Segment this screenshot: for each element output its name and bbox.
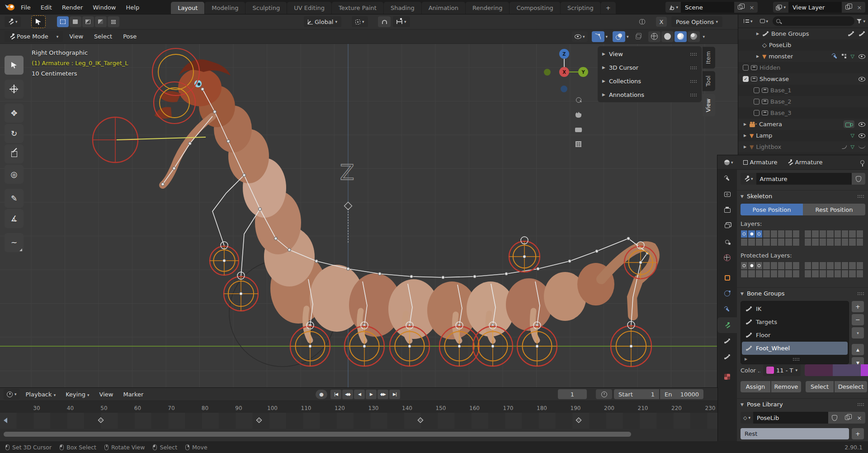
move-up-button[interactable]: ▲	[852, 344, 864, 355]
view-layer-browse-button[interactable]: ▾	[773, 2, 788, 13]
sidebar-tab-item[interactable]: Item	[703, 47, 715, 68]
properties-tab-object-data[interactable]	[717, 317, 737, 333]
jump-to-end-button[interactable]: ▶|	[389, 390, 400, 399]
collection-checkbox[interactable]	[754, 99, 760, 105]
layer-cell[interactable]	[856, 230, 863, 238]
scene-browse-button[interactable]: ▾	[665, 2, 681, 13]
outliner-filter-type-dropdown[interactable]: ▾	[757, 16, 771, 26]
layer-cell[interactable]	[755, 238, 763, 246]
workspace-tab-modeling[interactable]: Modeling	[205, 2, 245, 14]
outliner-row-monster[interactable]: ▶▼monster▽	[738, 51, 868, 62]
pose-options-dropdown[interactable]: Pose Options ▾	[671, 16, 722, 27]
layer-cell[interactable]	[785, 238, 792, 246]
drag-grip-icon[interactable]	[690, 93, 697, 96]
tool-move-button[interactable]: ✥	[5, 104, 24, 123]
color-select-swatch[interactable]	[833, 364, 861, 376]
transform-orientation-dropdown[interactable]: Global ▾	[304, 16, 341, 27]
menu-file[interactable]: File	[16, 2, 35, 13]
fake-user-button[interactable]	[852, 173, 865, 185]
select-mode-set[interactable]	[57, 16, 69, 27]
bone-group-item-floor[interactable]: Floor	[742, 329, 848, 342]
timeline-ruler[interactable]: 3040506070809010011012013014015016017018…	[0, 401, 717, 413]
menu-render[interactable]: Render	[57, 2, 87, 13]
bone-group-specials-button[interactable]: ▾	[852, 327, 864, 339]
eye-icon[interactable]	[859, 122, 865, 127]
view-layer-name-field[interactable]: View Layer	[788, 2, 842, 13]
eye-icon[interactable]	[859, 134, 865, 138]
select-button[interactable]: Select	[806, 381, 834, 392]
properties-tab-object[interactable]	[717, 270, 737, 286]
drag-grip-icon[interactable]	[857, 292, 864, 295]
snap-toggle-button[interactable]	[378, 16, 391, 27]
layer-cell[interactable]	[819, 230, 826, 238]
expand-arrow-icon[interactable]: ▶	[755, 54, 760, 58]
select-mode-invert[interactable]	[95, 16, 107, 27]
layer-cell[interactable]	[785, 262, 792, 270]
keyframe-marker-frame-191[interactable]	[576, 417, 582, 423]
menu-window[interactable]: Window	[88, 2, 120, 13]
layer-cell[interactable]	[856, 270, 863, 278]
layer-cell[interactable]	[748, 270, 755, 278]
tool-annotate-button[interactable]: ✎	[5, 189, 24, 208]
keyframe-marker-frame-96[interactable]	[256, 417, 262, 423]
gizmo-y-neg-axis[interactable]	[544, 69, 551, 76]
bone-group-item-ik[interactable]: IK	[742, 302, 848, 315]
layer-cell[interactable]	[811, 262, 819, 270]
eye-closed-icon[interactable]	[859, 145, 865, 148]
bone-group-item-targets[interactable]: Targets	[742, 315, 848, 329]
outliner-row-poselib[interactable]: ◇PoseLib	[738, 39, 868, 51]
outliner-row-bone-groups[interactable]: ▶Bone Groups	[738, 28, 868, 39]
expand-arrow-icon[interactable]: ▶	[755, 32, 760, 36]
zoom-icon[interactable]	[576, 97, 581, 104]
layer-cell[interactable]	[849, 270, 856, 278]
pin-id-button[interactable]	[860, 159, 864, 166]
drag-grip-icon[interactable]	[793, 358, 800, 361]
color-normal-swatch[interactable]	[805, 364, 833, 376]
outliner-row-lightbox[interactable]: ▶▼Lightbox▽	[738, 141, 868, 153]
view-layer-new-button[interactable]	[842, 2, 854, 13]
layer-cell[interactable]	[849, 230, 856, 238]
timeline-menu-marker[interactable]: Marker	[119, 390, 147, 399]
layer-cell[interactable]	[826, 270, 834, 278]
layer-cell[interactable]	[819, 238, 826, 246]
workspace-tab-rendering[interactable]: Rendering	[466, 2, 509, 14]
properties-tab-output[interactable]	[717, 202, 737, 218]
keyframe-marker-frame-144[interactable]	[418, 417, 424, 423]
layer-cell[interactable]	[763, 262, 770, 270]
layer-cell[interactable]	[856, 262, 863, 270]
play-button[interactable]: ▶	[366, 390, 377, 399]
layer-cell[interactable]	[849, 238, 856, 246]
layer-cell[interactable]	[841, 230, 849, 238]
npanel-section-3d-cursor[interactable]: ▶3D Cursor	[598, 61, 702, 74]
layer-cell[interactable]	[755, 262, 763, 270]
workspace-tab-sculpting[interactable]: Sculpting	[245, 2, 287, 14]
add-workspace-button[interactable]: +	[601, 2, 616, 14]
layer-cell[interactable]	[804, 262, 811, 270]
layer-cell[interactable]	[770, 270, 778, 278]
layer-cell[interactable]	[841, 262, 849, 270]
shading-solid-button[interactable]	[661, 31, 674, 42]
layer-cell[interactable]	[826, 238, 834, 246]
gizmo-z-neg-axis[interactable]	[561, 86, 567, 92]
viewport-menu-view[interactable]: View	[65, 31, 88, 42]
npanel-section-collections[interactable]: ▶Collections	[598, 74, 702, 88]
layer-cell[interactable]	[763, 230, 770, 238]
keyframe-marker-frame-49[interactable]	[98, 417, 104, 423]
layer-cell[interactable]	[834, 238, 841, 246]
outliner-row-base_3[interactable]: Base_3	[738, 107, 868, 119]
pose-library-panel-header[interactable]: ▼Pose Library	[737, 398, 868, 410]
layer-cell[interactable]	[793, 270, 800, 278]
outliner-row-base_2[interactable]: Base_2	[738, 96, 868, 107]
scene-unlink-button[interactable]: ×	[746, 2, 758, 13]
jump-to-start-button[interactable]: |◀	[330, 390, 341, 399]
tool-pose-breakdowner-button[interactable]: ~	[5, 233, 24, 252]
select-mode-intersect[interactable]	[108, 16, 119, 27]
add-pose-button[interactable]: +	[852, 428, 864, 439]
layer-cell[interactable]	[741, 230, 748, 238]
layer-cell[interactable]	[755, 230, 763, 238]
eye-icon[interactable]	[859, 77, 865, 81]
bone-groups-panel-header[interactable]: ▼Bone Groups	[737, 287, 868, 299]
layer-cell[interactable]	[763, 270, 770, 278]
outliner-filter-button[interactable]: ▾	[856, 19, 865, 24]
expand-arrow-icon[interactable]: ▶	[745, 357, 747, 361]
